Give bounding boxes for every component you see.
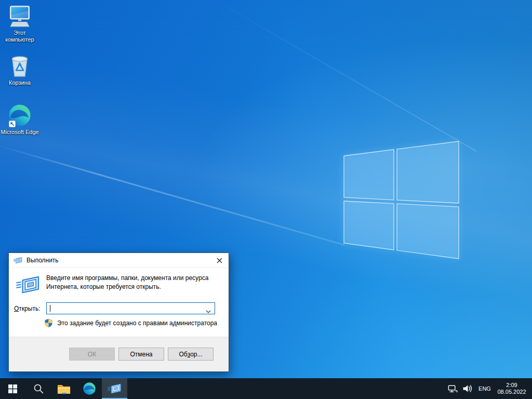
desktop-icon-label: Microsoft Edge xyxy=(1,129,38,136)
run-description: Введите имя программы, папки, документа … xyxy=(46,274,227,296)
run-dialog: Выполнить Введите имя программы, папки, … xyxy=(8,252,229,372)
close-button[interactable] xyxy=(210,253,229,268)
admin-note: Это задание будет создано с правами адми… xyxy=(57,320,217,327)
open-label-accesskey: О xyxy=(14,305,19,312)
open-label: Открыть: xyxy=(14,305,46,312)
text-caret xyxy=(50,305,50,312)
chevron-down-icon[interactable] xyxy=(206,308,211,315)
light-ray xyxy=(0,144,344,246)
edge-icon xyxy=(83,382,96,395)
start-button[interactable] xyxy=(0,378,25,399)
clock-date: 08.05.2022 xyxy=(497,389,526,395)
desktop-icon-microsoft-edge[interactable]: Microsoft Edge xyxy=(0,103,39,136)
desktop-icon-this-pc[interactable]: Этот компьютер xyxy=(0,4,39,43)
volume-tray-button[interactable] xyxy=(460,378,475,399)
browse-button[interactable]: Обзор... xyxy=(168,348,214,361)
taskbar-edge-button[interactable] xyxy=(76,378,102,399)
close-icon xyxy=(217,258,222,263)
desktop-icon-label: Корзина xyxy=(9,79,31,86)
open-label-rest: ткрыть: xyxy=(19,305,40,312)
taskbar: ENG 2:09 08.05.2022 xyxy=(0,378,532,399)
this-pc-icon xyxy=(8,4,32,28)
dialog-button-row: ОК Отмена Обзор... xyxy=(9,337,229,371)
shortcut-arrow-icon xyxy=(9,121,16,127)
run-command-input[interactable] xyxy=(48,303,204,313)
taskbar-clock[interactable]: 2:09 08.05.2022 xyxy=(495,378,529,399)
open-row: Открыть: xyxy=(14,302,215,314)
run-icon xyxy=(108,383,122,394)
uac-shield-icon xyxy=(44,318,53,328)
taskbar-search-button[interactable] xyxy=(25,378,51,399)
start-icon xyxy=(8,384,17,393)
desktop-screen: Этот компьютер Корзина Microsoft Edge xyxy=(0,0,532,399)
taskbar-file-explorer-button[interactable] xyxy=(51,378,76,399)
run-dialog-titlebar: Выполнить xyxy=(9,253,229,268)
windows-logo-icon xyxy=(340,138,462,262)
volume-icon xyxy=(462,384,473,393)
network-icon xyxy=(448,384,458,393)
recycle-bin-icon xyxy=(8,54,31,78)
browse-label-pre: Об xyxy=(179,351,187,358)
taskbar-run-button-active[interactable] xyxy=(102,378,127,399)
network-tray-button[interactable] xyxy=(446,378,460,399)
search-icon xyxy=(33,383,44,394)
admin-note-row: Это задание будет создано с правами адми… xyxy=(44,318,217,328)
browse-label-rest: ор... xyxy=(190,351,202,358)
file-explorer-icon xyxy=(57,383,71,394)
run-icon xyxy=(16,274,40,296)
light-ray xyxy=(197,0,477,152)
desktop-icon-label: Этот компьютер xyxy=(0,30,39,43)
desktop-icon-recycle-bin[interactable]: Корзина xyxy=(0,54,39,86)
dialog-title: Выполнить xyxy=(26,257,59,264)
clock-time: 2:09 xyxy=(506,382,517,389)
language-indicator[interactable]: ENG xyxy=(475,378,495,399)
system-tray: ENG 2:09 08.05.2022 xyxy=(446,378,532,399)
run-command-combobox[interactable] xyxy=(46,302,215,314)
ok-button[interactable]: ОК xyxy=(69,348,115,361)
run-icon xyxy=(14,257,22,264)
run-description-row: Введите имя программы, папки, документа … xyxy=(16,274,227,296)
cancel-button[interactable]: Отмена xyxy=(118,348,164,361)
